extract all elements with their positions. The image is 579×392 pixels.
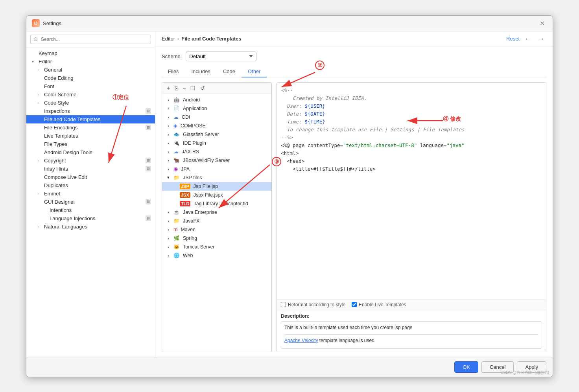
sidebar-item-color-scheme[interactable]: › Color Scheme — [26, 90, 155, 99]
badge-icon: ⊞ — [146, 125, 151, 130]
sidebar-item-emmet[interactable]: › Emmet — [26, 190, 155, 198]
description-link-row: Apache Velocity template language is use… — [284, 334, 538, 343]
ftree-label: Android — [183, 97, 200, 103]
ftree-java-enterprise[interactable]: › ☕ Java Enterprise — [162, 208, 271, 217]
sidebar-item-live-templates[interactable]: Live Templates — [26, 132, 155, 140]
forward-button[interactable]: → — [536, 35, 546, 43]
ftree-jsp-files[interactable]: ▾ 📁 JSP files — [162, 173, 271, 182]
reset-button[interactable]: ↺ — [199, 84, 207, 92]
content-area: Scheme: Default Project Files Includes C… — [155, 47, 553, 357]
main-content: Editor › File and Code Templates Reset ←… — [155, 31, 553, 357]
sidebar-item-file-code-templates[interactable]: File and Code Templates — [26, 115, 155, 123]
file-tree-toolbar: + ⎘ − ❐ ↺ — [162, 83, 271, 94]
sidebar-item-copyright[interactable]: › Copyright ⊞ — [26, 156, 155, 165]
search-input[interactable] — [30, 35, 151, 44]
folder-icon: › — [165, 235, 171, 241]
badge-icon: ⊞ — [146, 199, 151, 204]
code-line: --%> — [281, 134, 542, 142]
sidebar-item-editor[interactable]: ▾ Editor — [26, 57, 155, 66]
reformat-checkbox[interactable] — [281, 302, 286, 307]
sidebar-item-natural-languages[interactable]: › Natural Languages — [26, 223, 155, 231]
ftree-jax-rs[interactable]: › ☁ JAX-RS — [162, 147, 271, 156]
code-line: Created by IntelliJ IDEA. — [281, 94, 542, 102]
ftree-javafx[interactable]: › 📁 JavaFX — [162, 217, 271, 225]
add-button[interactable]: + — [165, 84, 171, 92]
duplicate-button[interactable]: ❐ — [189, 84, 197, 92]
chevron-icon: › — [37, 158, 42, 163]
sidebar-item-code-style[interactable]: › Code Style — [26, 99, 155, 107]
jax-icon: ☁ — [173, 149, 179, 155]
ftree-label: JSP files — [183, 175, 202, 180]
ftree-jspx-file[interactable]: JSX Jspx File.jspx — [162, 191, 271, 199]
copy-button[interactable]: ⎘ — [173, 84, 179, 92]
ftree-jboss[interactable]: › 🐂 JBoss/WildFly Server — [162, 156, 271, 165]
folder-icon: › — [165, 166, 171, 172]
ftree-label: Application — [183, 106, 207, 111]
ftree-compose[interactable]: › ◈ COMPOSE — [162, 121, 271, 130]
ftree-tag-library[interactable]: TLD Tag Library Descriptor.tld — [162, 199, 271, 208]
ftree-label: COMPOSE — [181, 123, 206, 129]
tab-files[interactable]: Files — [162, 66, 185, 77]
description-section: Description: This is a built-in template… — [277, 310, 546, 352]
ftree-jsp-file[interactable]: JSP Jsp File.jsp — [162, 182, 271, 191]
ftree-cdi[interactable]: › ☁ CDI — [162, 113, 271, 121]
glassfish-icon: 🐟 — [173, 131, 180, 137]
live-templates-checkbox[interactable] — [352, 302, 357, 307]
ok-button[interactable]: OK — [454, 361, 478, 373]
ftree-label: IDE Plugin — [183, 140, 206, 146]
ftree-web[interactable]: › 🌐 Web — [162, 251, 271, 260]
sidebar-item-language-injections[interactable]: Language Injections ⊞ — [26, 214, 155, 223]
sidebar-item-label: Live Templates — [44, 133, 78, 139]
sidebar-item-compose-live-edit[interactable]: Compose Live Edit — [26, 173, 155, 181]
folder-icon: › — [165, 252, 171, 259]
tab-other[interactable]: Other — [242, 66, 267, 77]
breadcrumb-parent: Editor — [162, 36, 175, 42]
sidebar-item-label: Compose Live Edit — [44, 174, 87, 180]
ftree-ide-plugin[interactable]: › 🔌 IDE Plugin — [162, 139, 271, 147]
code-line: Time: ${TIME} — [281, 118, 542, 126]
scheme-label: Scheme: — [162, 53, 182, 59]
sidebar-item-android-design[interactable]: Android Design Tools — [26, 148, 155, 156]
tab-code[interactable]: Code — [217, 66, 242, 77]
sidebar-item-code-editing[interactable]: Code Editing — [26, 74, 155, 82]
breadcrumb: Editor › File and Code Templates — [162, 36, 242, 42]
description-title: Description: — [281, 313, 542, 319]
sidebar-item-keymap[interactable]: Keymap — [26, 49, 155, 57]
sidebar-item-file-encodings[interactable]: File Encodings ⊞ — [26, 123, 155, 132]
ftree-label: Java Enterprise — [183, 210, 217, 215]
sidebar-item-duplicates[interactable]: Duplicates — [26, 181, 155, 190]
remove-button[interactable]: − — [181, 84, 187, 92]
sidebar-item-inlay-hints[interactable]: Inlay Hints ⊞ — [26, 165, 155, 173]
jsx-badge: JSX — [180, 192, 190, 198]
sidebar-item-file-types[interactable]: File Types — [26, 140, 155, 148]
breadcrumb-separator: › — [177, 36, 179, 42]
ftree-android[interactable]: › 🤖 Android — [162, 96, 271, 104]
scheme-select[interactable]: Default Project — [186, 52, 256, 61]
ftree-application[interactable]: › 📄 Application — [162, 104, 271, 113]
ftree-tomcat[interactable]: › 🐱 Tomcat Server — [162, 243, 271, 251]
chevron-icon: › — [37, 191, 42, 196]
sidebar-item-gui-designer[interactable]: GUI Designer ⊞ — [26, 198, 155, 206]
sidebar-item-intentions[interactable]: Intentions — [26, 206, 155, 214]
close-button[interactable]: ✕ — [537, 19, 547, 28]
tab-includes[interactable]: Includes — [185, 66, 216, 77]
expand-icon: ▾ — [165, 175, 171, 181]
ftree-maven[interactable]: › m Maven — [162, 225, 271, 234]
folder-icon: › — [165, 131, 171, 138]
reset-link[interactable]: Reset — [506, 36, 520, 42]
live-templates-checkbox-label[interactable]: Enable Live Templates — [352, 302, 406, 307]
sidebar-item-general[interactable]: › General — [26, 66, 155, 74]
apache-velocity-link[interactable]: Apache Velocity — [284, 338, 318, 343]
reformat-checkbox-label[interactable]: Reformat according to style — [281, 302, 345, 307]
code-editor[interactable]: <%-- Created by IntelliJ IDEA. User: ${U… — [277, 83, 546, 299]
chevron-icon: › — [37, 92, 42, 97]
sidebar-item-label: Keymap — [39, 50, 57, 56]
sidebar-item-font[interactable]: Font — [26, 82, 155, 90]
jsp-badge: JSP — [180, 184, 190, 189]
back-button[interactable]: ← — [523, 35, 533, 43]
ftree-glassfish[interactable]: › 🐟 Glassfish Server — [162, 130, 271, 139]
folder-icon: › — [165, 244, 171, 250]
sidebar-item-inspections[interactable]: Inspections ⊞ — [26, 107, 155, 115]
ftree-jpa[interactable]: › ◉ JPA — [162, 165, 271, 173]
ftree-spring[interactable]: › 🌿 Spring — [162, 234, 271, 243]
